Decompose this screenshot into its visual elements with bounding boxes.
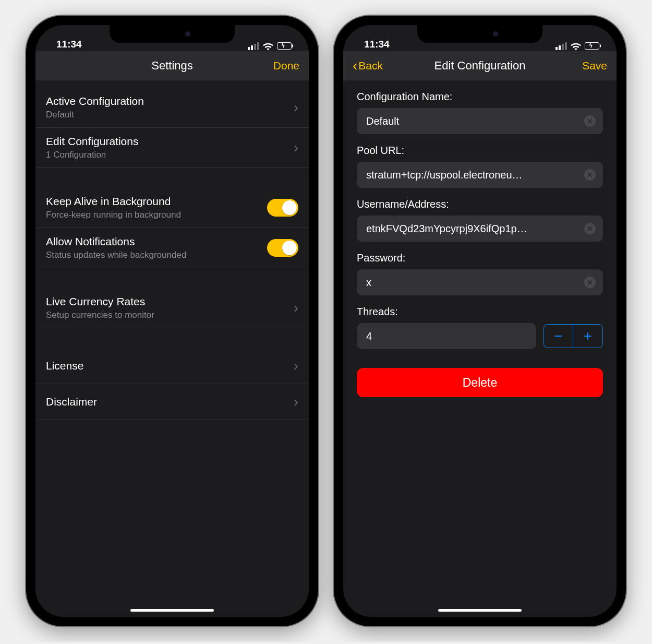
stepper-plus-button[interactable]: + [573,325,602,348]
threads-label: Threads: [357,306,603,318]
row-title: Live Currency Rates [46,295,154,308]
username-input[interactable] [357,216,603,242]
save-button[interactable]: Save [582,59,607,72]
configuration-name-input[interactable] [357,108,603,134]
wifi-icon [262,42,274,50]
home-indicator[interactable] [438,609,522,612]
stepper-minus-button[interactable]: − [544,325,573,348]
row-disclaimer[interactable]: Disclaimer › [35,384,309,420]
password-label: Password: [357,252,603,264]
row-title: Keep Alive in Background [46,195,181,208]
back-button[interactable]: ‹ Back [353,59,383,72]
row-title: Disclaimer [46,396,97,408]
phone-edit-configuration: 11:34 ϟ ‹ Back Edit Configuration Save C… [334,16,626,626]
row-subtitle: Setup currencies to monitor [46,310,154,320]
row-title: Active Configuration [46,95,144,108]
phone-settings: 11:34 ϟ Settings Done Active Configurati [26,16,318,626]
wifi-icon [570,42,582,50]
home-indicator[interactable] [130,609,214,612]
pool-url-input[interactable] [357,162,603,188]
threads-input[interactable] [357,323,536,349]
row-active-configuration[interactable]: Active Configuration Default › [35,88,309,128]
battery-icon: ϟ [277,42,293,50]
clear-icon[interactable]: ✕ [584,223,596,234]
delete-button[interactable]: Delete [357,368,603,397]
password-input[interactable] [357,269,603,295]
nav-bar: ‹ Back Edit Configuration Save [343,51,617,80]
row-subtitle: Force-keep running in background [46,210,181,220]
nav-title: Settings [35,59,309,73]
battery-icon: ϟ [585,42,601,50]
username-label: Username/Address: [357,198,603,210]
threads-stepper: − + [544,324,603,348]
row-live-currency-rates[interactable]: Live Currency Rates Setup currencies to … [35,288,309,328]
row-title: Allow Notifications [46,235,186,248]
notch [417,25,542,43]
done-button[interactable]: Done [273,59,299,72]
notch [110,25,235,43]
row-subtitle: 1 Configuration [46,150,138,160]
row-edit-configurations[interactable]: Edit Configurations 1 Configuration › [35,128,309,168]
row-keep-alive: Keep Alive in Background Force-keep runn… [35,188,309,228]
status-time: 11:34 [364,39,390,50]
cellular-icon [556,42,567,50]
back-label: Back [358,59,383,72]
clear-icon[interactable]: ✕ [584,277,596,288]
clear-icon[interactable]: ✕ [584,115,596,127]
row-allow-notifications: Allow Notifications Status updates while… [35,228,309,268]
status-time: 11:34 [56,39,82,50]
row-subtitle: Status updates while backgrounded [46,250,186,260]
nav-bar: Settings Done [35,51,309,80]
row-license[interactable]: License › [35,348,309,384]
row-subtitle: Default [46,110,144,120]
pool-url-label: Pool URL: [357,145,603,157]
cellular-icon [248,42,259,50]
notifications-toggle[interactable] [267,239,298,257]
keep-alive-toggle[interactable] [267,199,298,217]
configuration-name-label: Configuration Name: [357,91,603,103]
nav-title: Edit Configuration [343,59,617,73]
clear-icon[interactable]: ✕ [584,169,596,181]
row-title: Edit Configurations [46,135,138,148]
row-title: License [46,360,83,372]
